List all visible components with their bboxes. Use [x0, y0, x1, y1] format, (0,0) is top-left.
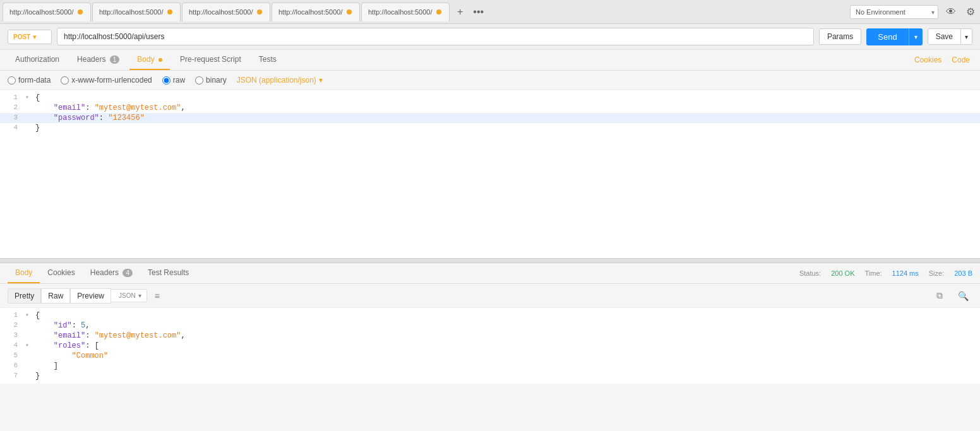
tab-dot: [436, 9, 441, 15]
json-format-select[interactable]: JSON (application/json) ▾: [237, 76, 323, 85]
json-format-chevron: ▾: [319, 76, 323, 85]
resp-line-3: 3 "email": "mytest@mytest.com",: [0, 331, 980, 341]
params-button[interactable]: Params: [819, 28, 861, 45]
browser-tab-5[interactable]: http://localhost:5000/: [361, 3, 450, 21]
env-area: No Environment 👁 ⚙: [850, 4, 977, 19]
url-input[interactable]: [57, 28, 814, 45]
resp-line-1: 1 ▾ {: [0, 310, 980, 321]
method-dropdown-icon: ▾: [33, 33, 36, 40]
env-select[interactable]: No Environment: [850, 5, 938, 19]
browser-tab-label: http://localhost:5000/: [278, 8, 343, 16]
urlencoded-option[interactable]: x-www-form-urlencoded: [61, 76, 152, 85]
tab-body[interactable]: Body: [129, 50, 170, 70]
resp-tab-test-results[interactable]: Test Results: [140, 263, 196, 283]
request-tabs: Authorization Headers 1 Body Pre-request…: [0, 50, 980, 71]
pretty-view-button[interactable]: Pretty: [8, 288, 41, 304]
tab-tests[interactable]: Tests: [251, 50, 284, 70]
resp-line-7: 7 }: [0, 371, 980, 381]
resp-line-4: 4 ▾ "roles": [: [0, 341, 980, 351]
resp-line-2: 2 "id": 5,: [0, 321, 980, 331]
browser-tab-3[interactable]: http://localhost:5000/: [182, 3, 270, 21]
browser-tab-label: http://localhost:5000/: [368, 8, 433, 16]
body-active-dot: [158, 58, 162, 62]
binary-option[interactable]: binary: [195, 76, 227, 85]
tab-bar: http://localhost:5000/http://localhost:5…: [0, 0, 980, 24]
response-panel: Body Cookies Headers 4 Test Results Stat…: [0, 263, 980, 384]
size-label: Size:: [929, 269, 944, 277]
request-code-editor[interactable]: 1 ▾ { 2 "email": "mytest@mytest.com", 3 …: [0, 90, 980, 258]
save-dropdown-button[interactable]: ▾: [960, 29, 972, 44]
response-meta: Status: 200 OK Time: 1124 ms Size: 203 B: [799, 269, 972, 277]
raw-view-button[interactable]: Raw: [41, 288, 70, 304]
status-value: 200 OK: [831, 269, 854, 277]
add-tab-button[interactable]: +: [453, 5, 467, 19]
request-panel: Authorization Headers 1 Body Pre-request…: [0, 50, 980, 258]
tab-dot: [78, 9, 83, 15]
browser-tab-2[interactable]: http://localhost:5000/: [92, 3, 181, 21]
resp-tab-headers[interactable]: Headers 4: [83, 263, 140, 283]
send-dropdown-button[interactable]: ▾: [909, 28, 923, 45]
eye-icon-button[interactable]: 👁: [943, 5, 959, 19]
browser-tab-label: http://localhost:5000/: [9, 8, 74, 16]
browser-tab-4[interactable]: http://localhost:5000/: [272, 3, 360, 21]
form-data-option[interactable]: form-data: [8, 76, 51, 85]
tab-headers[interactable]: Headers 1: [69, 50, 127, 70]
size-value: 203 B: [954, 269, 972, 277]
cookies-link[interactable]: Cookies: [912, 50, 944, 69]
format-select[interactable]: JSON ▾: [111, 289, 147, 302]
method-label: POST: [13, 33, 30, 40]
tab-actions: + •••: [453, 5, 487, 19]
save-button[interactable]: Save: [928, 29, 960, 44]
response-code-editor[interactable]: 1 ▾ { 2 "id": 5, 3 "email": "mytest@myte…: [0, 308, 980, 384]
tab-dot: [257, 9, 262, 15]
send-button-group: Send ▾: [866, 28, 922, 45]
time-value: 1124 ms: [892, 269, 919, 277]
time-label: Time:: [864, 269, 881, 277]
search-response-button[interactable]: 🔍: [954, 288, 972, 304]
raw-option[interactable]: raw: [162, 76, 185, 85]
resp-headers-badge: 4: [122, 269, 133, 277]
settings-icon-button[interactable]: ⚙: [964, 4, 977, 19]
req-tab-right: Cookies Code: [912, 50, 972, 69]
url-bar: POST ▾ Params Send ▾ Save ▾: [0, 24, 980, 50]
tab-dot: [167, 9, 172, 15]
tab-dot: [347, 9, 352, 15]
resp-line-6: 6 ]: [0, 361, 980, 371]
resp-tab-body[interactable]: Body: [8, 263, 40, 283]
browser-tab-label: http://localhost:5000/: [99, 8, 164, 16]
code-link[interactable]: Code: [949, 50, 972, 69]
method-select[interactable]: POST ▾: [8, 30, 52, 44]
tab-pre-request-script[interactable]: Pre-request Script: [172, 50, 249, 70]
preview-view-button[interactable]: Preview: [70, 288, 111, 304]
save-button-group: Save ▾: [928, 28, 972, 45]
req-line-1: 1 ▾ {: [0, 93, 980, 103]
req-line-4: 4 }: [0, 123, 980, 133]
response-tabs-bar: Body Cookies Headers 4 Test Results Stat…: [0, 263, 980, 284]
body-options: form-data x-www-form-urlencoded raw bina…: [0, 71, 980, 90]
more-tabs-button[interactable]: •••: [469, 5, 487, 19]
browser-tab-1[interactable]: http://localhost:5000/: [3, 3, 91, 21]
response-view-bar: Pretty Raw Preview JSON ▾ ≡ ⧉ 🔍: [0, 284, 980, 308]
format-chevron-icon: ▾: [138, 292, 141, 299]
panel-divider[interactable]: [0, 258, 980, 263]
resp-tab-cookies[interactable]: Cookies: [40, 263, 82, 283]
headers-badge: 1: [110, 56, 120, 64]
tab-authorization[interactable]: Authorization: [8, 50, 67, 70]
resp-line-5: 5 "Common": [0, 351, 980, 361]
wrap-lines-icon-button[interactable]: ≡: [152, 288, 162, 304]
req-line-2: 2 "email": "mytest@mytest.com",: [0, 103, 980, 113]
req-line-3: 3 "password": "123456": [0, 113, 980, 123]
status-label: Status:: [799, 269, 821, 277]
send-button[interactable]: Send: [866, 28, 908, 45]
copy-response-button[interactable]: ⧉: [933, 288, 947, 304]
browser-tab-label: http://localhost:5000/: [189, 8, 253, 16]
env-select-wrap: No Environment: [850, 5, 938, 19]
